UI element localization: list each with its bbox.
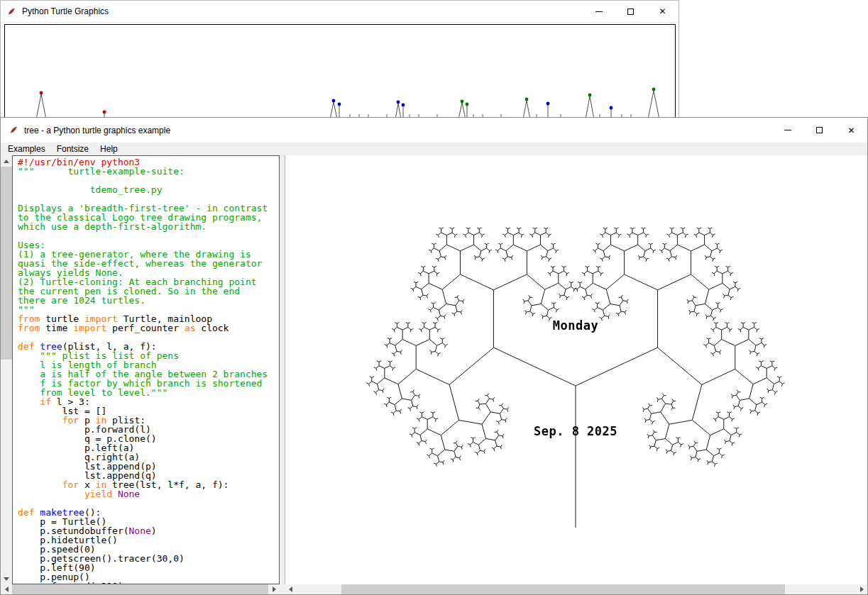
menubar: Examples Fontsize Help <box>1 143 867 155</box>
scroll-right-arrow[interactable] <box>268 584 280 594</box>
window-title: tree - a Python turtle graphics example <box>24 126 170 135</box>
code-line <box>18 231 279 240</box>
menu-help[interactable]: Help <box>94 143 123 155</box>
content-area: #!/usr/bin/env python3""" turtle-example… <box>1 155 867 594</box>
drawing-pane: Monday Sep. 8 2025 <box>285 155 867 584</box>
tk-feather-icon <box>9 126 18 135</box>
code-line: there are 1024 turtles. <box>18 296 279 305</box>
caption-buttons: ✕ <box>583 1 679 22</box>
maximize-button[interactable] <box>615 1 647 22</box>
code-line: tdemo_tree.py <box>18 185 279 194</box>
forest-svg <box>5 25 675 131</box>
maximize-button[interactable] <box>803 118 835 143</box>
horizontal-scrollbar-thumb[interactable] <box>12 584 268 594</box>
menu-examples[interactable]: Examples <box>2 143 51 155</box>
maximize-icon <box>816 127 823 133</box>
scroll-left-arrow[interactable] <box>285 584 296 594</box>
window-title: Python Turtle Graphics <box>22 6 109 16</box>
canvas-horizontal-scrollbar[interactable] <box>285 584 867 594</box>
close-button[interactable]: ✕ <box>647 1 679 22</box>
minimize-icon <box>784 130 791 130</box>
scroll-left-arrow[interactable] <box>1 584 12 594</box>
turtle-graphics-titlebar[interactable]: Python Turtle Graphics ✕ <box>1 1 679 23</box>
scroll-right-arrow[interactable] <box>856 584 867 594</box>
desktop: Python Turtle Graphics ✕ tree - a Python… <box>0 0 868 595</box>
vertical-scrollbar-thumb[interactable] <box>1 167 12 360</box>
minimize-button[interactable] <box>583 1 615 22</box>
maximize-icon <box>627 9 634 15</box>
code-line: """ turtle-example-suite: <box>18 167 279 176</box>
code-line: which use a depth-first-algorithm. <box>18 222 279 231</box>
code-area[interactable]: #!/usr/bin/env python3""" turtle-example… <box>12 155 280 584</box>
close-icon: ✕ <box>847 126 855 135</box>
close-icon: ✕ <box>659 7 666 16</box>
tk-feather-icon <box>7 7 16 16</box>
code-pane: #!/usr/bin/env python3""" turtle-example… <box>1 155 280 584</box>
tree-demo-window: tree - a Python turtle graphics example … <box>0 117 868 595</box>
caption-buttons: ✕ <box>771 118 867 143</box>
horizontal-scrollbar-thumb[interactable] <box>341 584 785 594</box>
code-line: from time import perf_counter as clock <box>18 323 279 333</box>
minimize-button[interactable] <box>771 118 803 143</box>
tree-demo-titlebar[interactable]: tree - a Python turtle graphics example … <box>1 118 867 143</box>
date-label: Sep. 8 2025 <box>534 424 617 438</box>
turtle-canvas <box>285 155 867 584</box>
scroll-down-arrow[interactable] <box>1 573 12 584</box>
code-horizontal-scrollbar[interactable] <box>1 584 280 594</box>
minimize-icon <box>595 11 603 12</box>
menu-fontsize[interactable]: Fontsize <box>51 143 94 155</box>
scroll-up-arrow[interactable] <box>1 155 12 167</box>
weekday-label: Monday <box>553 318 598 333</box>
close-button[interactable]: ✕ <box>835 118 867 143</box>
code-line: yield None <box>18 489 279 499</box>
code-vertical-scrollbar[interactable] <box>1 155 12 584</box>
